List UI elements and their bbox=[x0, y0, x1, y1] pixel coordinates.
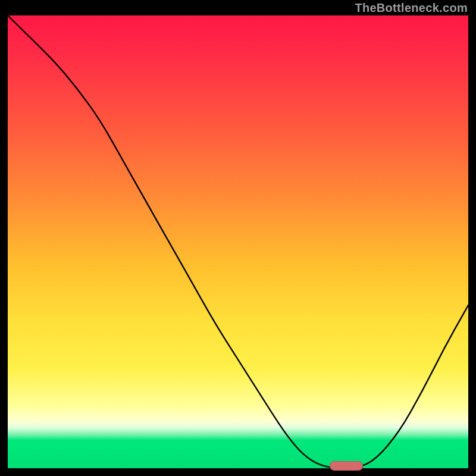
bottleneck-curve bbox=[8, 15, 468, 468]
watermark-label: TheBottleneck.com bbox=[355, 1, 468, 15]
optimum-marker bbox=[330, 461, 363, 471]
chart-plot-area bbox=[8, 15, 468, 468]
